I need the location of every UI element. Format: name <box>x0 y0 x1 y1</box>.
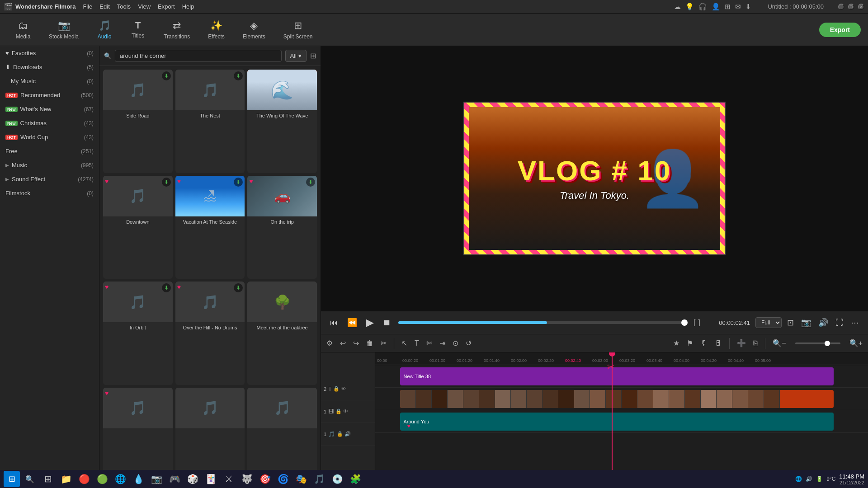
taskbar-app-11[interactable]: 🎯 <box>257 471 273 487</box>
undo-button[interactable]: ↩ <box>338 337 348 349</box>
fav-icon-vacation[interactable]: ♥ <box>177 178 181 185</box>
download-icon-the-nest[interactable]: ⬇ <box>234 71 243 80</box>
ripple-tool[interactable]: ⇥ <box>438 337 447 349</box>
fav-icon-in-orbit[interactable]: ♥ <box>105 283 108 291</box>
sidebar-item-world-cup[interactable]: HOT World Cup (43) <box>0 130 99 144</box>
grid-icon[interactable]: ⊞ <box>725 3 731 11</box>
minimize-button[interactable]: ─ <box>838 4 844 10</box>
tab-effects[interactable]: ✨ Effects <box>200 17 232 42</box>
lock-icon-audio[interactable]: 🔒 <box>337 431 343 437</box>
progress-bar[interactable] <box>398 321 684 324</box>
taskbar-app-13[interactable]: 🎭 <box>293 471 309 487</box>
audio-card-vacation[interactable]: 🏖 ♥ ⬇ Vacation At The Seaside <box>175 176 245 279</box>
snapshot-button[interactable]: 📷 <box>799 316 813 329</box>
lightbulb-icon[interactable]: 💡 <box>685 3 694 11</box>
sidebar-item-whats-new[interactable]: New What's New (67) <box>0 102 99 116</box>
redo-button[interactable]: ↪ <box>351 337 361 349</box>
filter-dropdown[interactable]: All ▾ <box>285 50 307 62</box>
fav-icon-downtown[interactable]: ♥ <box>105 178 108 185</box>
download-icon[interactable]: ⬇ <box>745 3 751 11</box>
taskview-button[interactable]: ⊞ <box>40 471 56 487</box>
audio-card-side-road[interactable]: 🎵 ⬇ Side Road <box>103 70 173 173</box>
fav-icon-over-hill[interactable]: ♥ <box>177 283 181 291</box>
audio-clip[interactable]: Around You ♥ <box>400 413 834 431</box>
zoom-in-button[interactable]: 🔍+ <box>848 337 864 349</box>
start-button[interactable]: ⊞ <box>4 471 20 487</box>
insert-button[interactable]: ⎘ <box>751 338 760 349</box>
eye-icon-video[interactable]: 👁 <box>343 408 348 414</box>
quality-select[interactable]: Full 1/2 1/4 <box>755 317 782 328</box>
search-input[interactable] <box>115 50 282 62</box>
menu-edit[interactable]: Edit <box>99 3 109 10</box>
taskbar-app-2[interactable]: 🔴 <box>76 471 92 487</box>
avatar-icon[interactable]: 👤 <box>712 3 720 11</box>
crop-tool[interactable]: ✄ <box>425 337 434 349</box>
taskbar-app-14[interactable]: 🎵 <box>311 471 327 487</box>
bracket-left-icon[interactable]: [ <box>693 319 695 327</box>
sidebar-item-favorites[interactable]: ♥ Favorites (0) <box>0 46 99 60</box>
video-clip[interactable] <box>400 390 834 408</box>
audio-card-meet-oak[interactable]: 🌳 Meet me at the oaktree <box>247 282 317 385</box>
headset-icon[interactable]: 🎧 <box>698 3 707 11</box>
tab-audio[interactable]: 🎵 Audio <box>89 17 120 42</box>
export-button[interactable]: Export <box>819 23 861 37</box>
sidebar-item-recommended[interactable]: HOT Recommended (500) <box>0 88 99 102</box>
select-tool[interactable]: ↖ <box>400 337 409 349</box>
tab-elements[interactable]: ◈ Elements <box>235 17 274 42</box>
menu-tools[interactable]: Tools <box>117 3 131 10</box>
tab-split-screen[interactable]: ⊞ Split Screen <box>275 17 321 42</box>
taskbar-app-3[interactable]: 🟢 <box>94 471 110 487</box>
taskbar-app-4[interactable]: 💧 <box>130 471 146 487</box>
audio-card-in-orbit[interactable]: 🎵 ♥ ⬇ In Orbit <box>103 282 173 385</box>
speed-button[interactable]: ⊙ <box>451 337 460 349</box>
audio-card-wing-wave[interactable]: 🏔 ⬇ 🌊 The Wing Of The Wave <box>247 70 317 173</box>
taskbar-app-6[interactable]: 🎮 <box>166 471 183 487</box>
close-button[interactable]: ✕ <box>858 4 864 10</box>
more-button[interactable]: ⋯ <box>849 316 861 329</box>
sidebar-item-filmstock[interactable]: Filmstock (0) <box>0 186 99 200</box>
taskbar-explorer[interactable]: 📁 <box>58 471 74 487</box>
taskbar-app-16[interactable]: 🧩 <box>347 471 363 487</box>
download-icon-on-trip[interactable]: ⬇ <box>306 178 315 187</box>
sidebar-item-downloads[interactable]: ⬇ Downloads (5) <box>0 60 99 74</box>
taskbar-search[interactable]: 🔍 <box>22 471 38 487</box>
sidebar-item-free[interactable]: Free (251) <box>0 144 99 158</box>
fav-icon-row4a[interactable]: ♥ <box>105 389 108 397</box>
audio-card-downtown[interactable]: 🎵 ♥ ⬇ Downtown <box>103 176 173 279</box>
taskbar-app-5[interactable]: 📷 <box>148 471 165 487</box>
download-icon-vacation[interactable]: ⬇ <box>234 178 243 187</box>
audio-tool[interactable]: ↺ <box>464 337 473 349</box>
mail-icon[interactable]: ✉ <box>735 3 741 11</box>
marker-button[interactable]: ⚑ <box>685 337 695 349</box>
menu-export[interactable]: Export <box>158 3 175 10</box>
fav-icon-on-trip[interactable]: ♥ <box>249 178 253 185</box>
tab-media[interactable]: 🗂 Media <box>7 17 39 42</box>
volume-button[interactable]: 🔊 <box>816 316 830 329</box>
audio-mix-button[interactable]: 🎚 <box>713 338 724 349</box>
sidebar-item-sound-effect[interactable]: ▶ Sound Effect (4274) <box>0 172 99 186</box>
tab-stock-media[interactable]: 📷 Stock Media <box>41 17 87 42</box>
step-back-button[interactable]: ⏪ <box>345 316 359 329</box>
record-button[interactable]: 🎙 <box>698 338 709 349</box>
auto-highlight-button[interactable]: ★ <box>671 337 681 349</box>
cut-button[interactable]: ✂ <box>379 337 388 349</box>
tab-transitions[interactable]: ⇄ Transitions <box>156 17 198 42</box>
sidebar-item-my-music[interactable]: My Music (0) <box>0 74 99 88</box>
menu-help[interactable]: Help <box>182 3 194 10</box>
zoom-slider[interactable] <box>795 343 840 344</box>
tab-titles[interactable]: T Titles <box>122 18 154 42</box>
delete-button[interactable]: 🗑 <box>364 338 375 349</box>
download-icon-over-hill[interactable]: ⬇ <box>234 283 243 292</box>
audio-card-the-nest[interactable]: 🎵 ⬇ The Nest <box>175 70 245 173</box>
stop-button[interactable]: ⏹ <box>381 316 393 329</box>
rewind-button[interactable]: ⏮ <box>328 316 340 329</box>
sidebar-item-music[interactable]: ▶ Music (995) <box>0 158 99 172</box>
mute-icon[interactable]: 👁 <box>341 386 346 392</box>
menu-view[interactable]: View <box>138 3 151 10</box>
taskbar-app-7[interactable]: 🎲 <box>184 471 201 487</box>
lock-icon-video[interactable]: 🔒 <box>335 408 342 414</box>
menu-file[interactable]: File <box>83 3 92 10</box>
sidebar-item-christmas[interactable]: New Christmas (43) <box>0 116 99 130</box>
zoom-out-button[interactable]: 🔍− <box>771 337 788 349</box>
text-tool[interactable]: T <box>413 338 421 349</box>
